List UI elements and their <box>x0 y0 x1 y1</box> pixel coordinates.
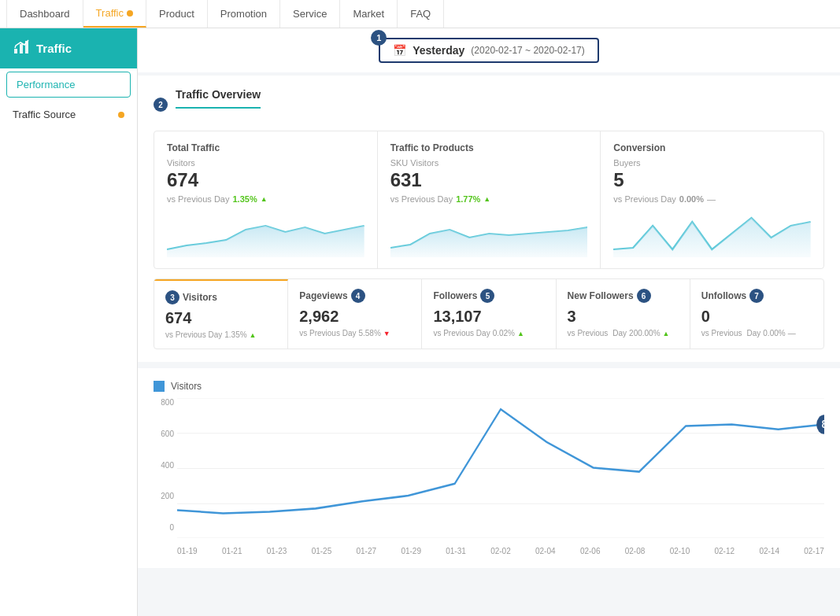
nav-promotion[interactable]: Promotion <box>208 0 280 28</box>
date-range: (2020-02-17 ~ 2020-02-17) <box>471 45 584 56</box>
small-value-new-followers: 3 <box>568 308 679 326</box>
small-title-new-followers: New Followers 6 <box>568 289 679 303</box>
date-label: Yesterday <box>413 44 464 57</box>
legend-square <box>154 381 165 392</box>
sidebar-header: Traffic <box>0 28 137 68</box>
chart-plot-area: 8 01-19 01-21 01-23 01-25 01-27 01-29 01… <box>177 398 824 538</box>
small-vs-visitors: vs Previous Day 1.35% ▲ <box>165 330 276 339</box>
sidebar-item-traffic-source[interactable]: Traffic Source <box>0 101 137 128</box>
calendar-icon: 📅 <box>393 44 406 57</box>
sidebar-title: Traffic <box>36 42 72 55</box>
x-axis-labels: 01-19 01-21 01-23 01-25 01-27 01-29 01-3… <box>177 547 824 555</box>
step-badge-4: 4 <box>351 289 365 303</box>
small-vs-followers: vs Previous Day 0.02% ▲ <box>433 329 544 338</box>
step-badge-2: 2 <box>154 98 168 112</box>
small-vs-new-followers: vs Previous Day 200.00% ▲ <box>568 329 679 338</box>
nav-traffic[interactable]: Traffic <box>83 0 146 28</box>
card-vs-conversion: vs Previous Day 0.00% — <box>613 194 811 204</box>
stat-card-products: Traffic to Products SKU Visitors 631 vs … <box>378 131 601 268</box>
stats-top-row: Total Traffic Visitors 674 vs Previous D… <box>154 131 824 269</box>
small-vs-unfollows: vs Previous Day 0.00% — <box>701 329 812 338</box>
stat-small-followers: Followers 5 13,107 vs Previous Day 0.02%… <box>422 279 556 349</box>
traffic-dot <box>127 10 133 17</box>
mini-chart-products <box>390 210 588 257</box>
stat-small-new-followers: New Followers 6 3 vs Previous Day 200.00… <box>557 279 690 349</box>
card-vs-traffic: vs Previous Day 1.35% ▲ <box>167 194 364 204</box>
main-layout: Traffic Performance Traffic Source 1 📅 Y… <box>0 28 840 616</box>
card-title-products: Traffic to Products <box>390 142 588 153</box>
card-title-traffic: Total Traffic <box>167 142 364 153</box>
card-value-products: 631 <box>390 169 588 191</box>
step-badge-7: 7 <box>749 289 764 303</box>
small-title-visitors: 3 Visitors <box>165 290 276 304</box>
step-badge-6: 6 <box>637 289 651 303</box>
line-chart-svg: 8 <box>177 398 824 538</box>
chart-container: 800 600 400 200 0 <box>154 398 824 555</box>
stat-card-conversion: Conversion Buyers 5 vs Previous Day 0.00… <box>601 131 823 268</box>
traffic-source-dot <box>118 112 124 118</box>
svg-rect-0 <box>14 49 17 53</box>
small-vs-pageviews: vs Previous Day 5.58% ▼ <box>299 329 410 338</box>
sidebar-item-performance[interactable]: Performance <box>6 72 131 98</box>
card-title-conversion: Conversion <box>613 142 811 153</box>
nav-product[interactable]: Product <box>146 0 208 28</box>
main-content: 1 📅 Yesterday (2020-02-17 ~ 2020-02-17) … <box>138 28 840 616</box>
nav-dashboard[interactable]: Dashboard <box>6 0 83 28</box>
overview-title: Traffic Overview <box>176 88 261 109</box>
overview-section: 2 Traffic Overview Total Traffic Visitor… <box>138 76 840 362</box>
card-value-traffic: 674 <box>167 169 364 191</box>
mini-chart-traffic <box>167 210 364 257</box>
y-axis-labels: 800 600 400 200 0 <box>154 398 177 532</box>
small-value-unfollows: 0 <box>701 308 812 326</box>
stats-bottom-row: 3 Visitors 674 vs Previous Day 1.35% ▲ P… <box>154 278 824 349</box>
card-sublabel-conversion: Buyers <box>613 158 811 168</box>
small-value-visitors: 674 <box>165 309 276 327</box>
step-badge-3: 3 <box>165 290 179 304</box>
card-sublabel-traffic: Visitors <box>167 158 364 168</box>
small-title-unfollows: Unfollows 7 <box>701 289 812 303</box>
top-nav: Dashboard Traffic Product Promotion Serv… <box>0 0 840 28</box>
card-sublabel-products: SKU Visitors <box>390 158 588 168</box>
sidebar: Traffic Performance Traffic Source <box>0 28 138 616</box>
step-badge-1: 1 <box>371 30 387 46</box>
mini-chart-conversion <box>613 210 811 257</box>
stat-small-unfollows: Unfollows 7 0 vs Previous Day 0.00% — <box>690 279 823 349</box>
nav-faq[interactable]: FAQ <box>398 0 444 28</box>
chart-section: Visitors 800 600 400 200 0 <box>138 368 840 568</box>
svg-text:8: 8 <box>822 417 824 430</box>
stat-small-visitors: 3 Visitors 674 vs Previous Day 1.35% ▲ <box>154 279 288 349</box>
stat-card-total-traffic: Total Traffic Visitors 674 vs Previous D… <box>154 131 378 268</box>
small-value-pageviews: 2,962 <box>299 308 410 326</box>
stat-small-pageviews: Pageviews 4 2,962 vs Previous Day 5.58% … <box>288 279 422 349</box>
legend-label: Visitors <box>171 381 202 392</box>
nav-service[interactable]: Service <box>280 0 340 28</box>
svg-rect-1 <box>20 44 23 53</box>
small-title-pageviews: Pageviews 4 <box>299 289 410 303</box>
card-vs-products: vs Previous Day 1.77% ▲ <box>390 194 588 204</box>
nav-market[interactable]: Market <box>340 0 398 28</box>
step-badge-5: 5 <box>480 289 494 303</box>
date-bar: 1 📅 Yesterday (2020-02-17 ~ 2020-02-17) <box>138 28 840 72</box>
chart-line <box>177 409 824 513</box>
chart-legend: Visitors <box>154 381 824 392</box>
date-selector[interactable]: 1 📅 Yesterday (2020-02-17 ~ 2020-02-17) <box>379 38 599 63</box>
small-title-followers: Followers 5 <box>433 289 544 303</box>
card-value-conversion: 5 <box>613 169 811 191</box>
traffic-icon <box>13 38 30 59</box>
small-value-followers: 13,107 <box>433 308 544 326</box>
